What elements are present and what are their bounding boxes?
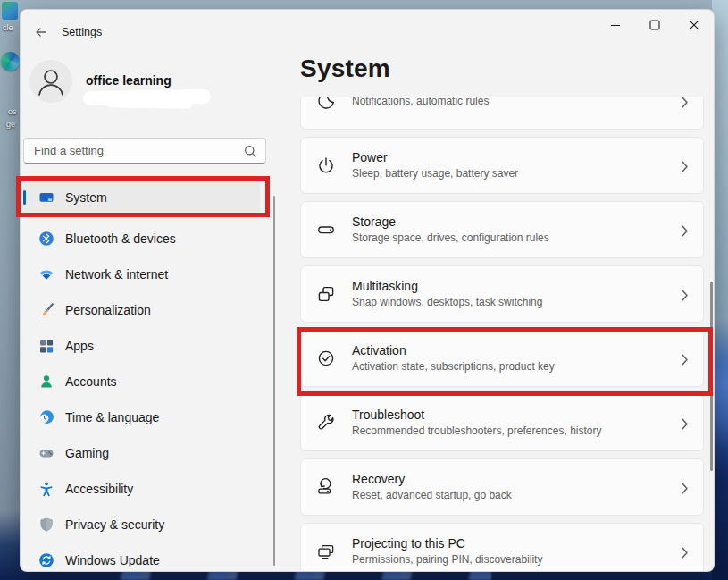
settings-card-projecting-to-this-pc[interactable]: Projecting to this PCPermissions, pairin… [300,523,704,572]
card-subtitle: Reset, advanced startup, go back [352,488,512,503]
window-title: Settings [62,26,102,38]
card-subtitle: Sleep, battery usage, battery saver [352,166,518,181]
card-title: Activation [352,342,555,359]
sidebar-scrollbar[interactable] [273,196,275,566]
back-button[interactable] [29,21,53,43]
sidebar-item-label: Time & language [65,410,159,424]
apps-icon [38,338,54,354]
search-icon [244,145,257,158]
card-text: Notifications, automatic rules [352,97,489,109]
chevron-right-icon [682,97,688,107]
settings-card-multitasking[interactable]: MultitaskingSnap windows, desktops, task… [300,265,704,323]
settings-card-focus-assist-partial[interactable]: Notifications, automatic rules [300,97,704,130]
card-title: Power [352,149,518,166]
sidebar-item-network-internet[interactable]: Network & internet [23,256,266,292]
card-subtitle: Snap windows, desktops, task switching [352,295,542,310]
sidebar-item-label: Apps [65,339,94,353]
storage-icon [316,220,336,240]
sidebar-item-apps[interactable]: Apps [23,328,266,364]
settings-card-recovery[interactable]: RecoveryReset, advanced startup, go back [300,458,704,516]
card-subtitle: Storage space, drives, configuration rul… [352,231,549,246]
card-subtitle: Notifications, automatic rules [352,97,489,109]
recycle-bin-icon[interactable] [2,2,18,20]
chevron-right-icon [682,482,688,493]
card-text: MultitaskingSnap windows, desktops, task… [352,278,542,310]
close-icon [687,18,701,32]
sidebar-item-label: Bluetooth & devices [65,231,176,246]
sidebar-item-label: Network & internet [65,267,168,282]
sidebar-item-accessibility[interactable]: Accessibility [23,471,266,507]
accessibility-icon [38,481,54,497]
network-icon [38,266,54,282]
sidebar-nav: SystemBluetooth & devicesNetwork & inter… [23,181,266,572]
recycle-bin-label: cle [3,23,13,32]
settings-cards-list: Notifications, automatic rulesPowerSleep… [300,97,708,572]
accounts-icon [38,374,54,390]
card-text: Projecting to this PCPermissions, pairin… [352,535,542,567]
sidebar-item-label: Personalization [65,303,151,317]
sidebar-item-bluetooth-devices[interactable]: Bluetooth & devices [23,221,266,256]
card-title: Projecting to this PC [352,535,542,552]
maximize-icon [648,18,662,32]
user-name: office learning [86,73,172,88]
sidebar-item-time-language[interactable]: Time & language [23,399,266,435]
desktop-app-icon[interactable] [1,52,20,71]
sidebar-item-system[interactable]: System [23,181,260,214]
sidebar-item-windows-update[interactable]: Windows Update [23,542,266,572]
sidebar-item-personalization[interactable]: Personalization [23,292,266,328]
selected-accent-bar [23,190,26,205]
power-icon [316,156,336,175]
minimize-button[interactable] [596,10,635,40]
privacy-security-icon [38,517,54,533]
settings-card-power[interactable]: PowerSleep, battery usage, battery saver [300,137,704,194]
search-input[interactable] [34,139,239,162]
chevron-right-icon [682,353,688,365]
sidebar-item-label: System [65,190,107,205]
chevron-right-icon [682,160,688,172]
card-title: Recovery [352,471,512,488]
avatar[interactable] [29,60,72,103]
search-box [23,138,266,164]
sidebar-item-label: Privacy & security [65,517,164,532]
chevron-right-icon [682,224,688,236]
card-subtitle: Activation state, subscriptions, product… [352,359,555,374]
chevron-right-icon [682,289,688,300]
recycle-bin-glyph [2,2,18,20]
sidebar-item-label: Accessibility [65,482,133,496]
card-text: ActivationActivation state, subscription… [352,342,555,374]
gaming-icon [38,445,54,461]
person-icon [29,60,72,103]
settings-card-storage[interactable]: StorageStorage space, drives, configurat… [300,201,704,258]
sidebar-item-accounts[interactable]: Accounts [23,364,266,399]
multitasking-icon [316,284,336,304]
content-scrollbar[interactable] [710,282,713,471]
desktop-app-glyph [1,52,20,71]
sidebar-item-gaming[interactable]: Gaming [23,435,266,471]
desktop-app-label-1: os [8,107,17,116]
settings-card-troubleshoot[interactable]: TroubleshootRecommended troubleshooters,… [300,394,704,451]
page-title: System [300,55,390,83]
close-button[interactable] [674,10,714,40]
card-text: PowerSleep, battery usage, battery saver [352,149,518,181]
card-text: RecoveryReset, advanced startup, go back [352,471,512,503]
card-text: TroubleshootRecommended troubleshooters,… [352,407,601,439]
windows-update-icon [38,552,54,568]
time-language-icon [38,409,54,425]
maximize-button[interactable] [635,10,674,40]
recovery-icon [316,477,336,497]
projecting-icon [316,542,336,561]
chevron-right-icon [682,546,688,558]
redacted-email-blur-2 [106,99,192,109]
card-title: Storage [352,214,549,231]
activation-icon [316,349,336,368]
card-subtitle: Recommended troubleshooters, preferences… [352,424,601,439]
system-icon [38,189,54,206]
settings-card-activation[interactable]: ActivationActivation state, subscription… [300,330,704,387]
card-title: Multitasking [352,278,542,295]
sidebar-item-privacy-security[interactable]: Privacy & security [23,507,266,542]
caption-controls [596,10,714,40]
minimize-icon [608,18,623,32]
back-arrow-icon [34,25,48,39]
sidebar-item-label: Windows Update [65,553,160,567]
settings-window: Settings [20,9,715,572]
